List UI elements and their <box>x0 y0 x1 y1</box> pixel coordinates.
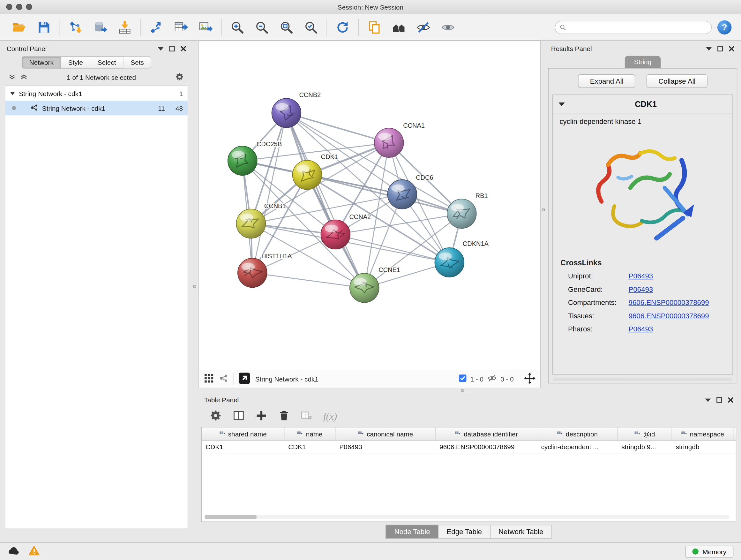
help-button[interactable]: ? <box>718 20 731 34</box>
table-settings-gear-icon[interactable] <box>210 409 222 423</box>
search-box[interactable] <box>555 20 712 34</box>
hide-selected-button[interactable] <box>413 17 434 37</box>
open-folder-icon <box>12 20 26 34</box>
pan-move-icon[interactable] <box>524 373 536 385</box>
results-scrollbar[interactable] <box>553 378 732 381</box>
column-header[interactable]: @id <box>618 428 672 440</box>
zoom-fit-button[interactable] <box>275 17 297 37</box>
network-node-RB1[interactable]: RB1 <box>447 192 488 228</box>
open-session-button[interactable] <box>9 17 30 37</box>
expand-all-button[interactable]: Expand All <box>578 74 635 88</box>
clone-network-button[interactable] <box>363 17 385 37</box>
network-canvas[interactable]: CCNB2CCNA1CDC25BCDK1CDC6RB1CCNB1CCNA2CDK… <box>199 41 540 370</box>
collapse-all-networks-icon[interactable] <box>20 73 27 82</box>
import-network-file-button[interactable] <box>65 17 86 37</box>
zoom-out-button[interactable] <box>251 17 273 37</box>
genecard-link[interactable]: P06493 <box>629 285 653 293</box>
compartments-link[interactable]: 9606.ENSP00000378699 <box>629 298 709 306</box>
import-table-button[interactable] <box>114 17 136 37</box>
tab-select[interactable]: Select <box>91 56 124 69</box>
title-bar: Session: New Session <box>0 0 741 14</box>
left-splitter[interactable] <box>191 41 199 542</box>
tab-node-table[interactable]: Node Table <box>386 525 439 539</box>
column-header[interactable]: namespace <box>672 428 734 440</box>
memory-button[interactable]: Memory <box>685 545 733 558</box>
right-splitter[interactable] <box>541 41 546 388</box>
column-header[interactable]: description <box>537 428 618 440</box>
home-button[interactable] <box>388 17 410 37</box>
control-panel-close-icon[interactable] <box>181 46 186 52</box>
network-row[interactable]: String Network - cdk1 11 48 <box>5 101 188 115</box>
tab-sets[interactable]: Sets <box>124 56 151 69</box>
hidden-eye-slash-icon[interactable] <box>487 374 497 384</box>
table-row[interactable]: CDK1 CDK1 P06493 9606.ENSP00000378699 cy… <box>202 441 736 453</box>
table-horizontal-scrollbar[interactable] <box>205 515 729 519</box>
table-panel-menu-icon[interactable] <box>705 398 711 402</box>
network-edge-CCNB2-CCNA1[interactable] <box>286 113 389 143</box>
network-edge-CCNB2-CCNE1[interactable] <box>286 113 364 288</box>
splitter-handle[interactable] <box>542 208 545 211</box>
export-network-button[interactable] <box>145 17 167 37</box>
grid-view-icon[interactable] <box>204 373 214 385</box>
control-panel-menu-icon[interactable] <box>158 47 164 51</box>
show-columns-icon[interactable] <box>232 409 245 423</box>
show-all-button[interactable] <box>437 17 459 37</box>
tab-style[interactable]: Style <box>61 56 91 69</box>
network-node-CDC6[interactable]: CDC6 <box>387 174 433 209</box>
string-results-tab[interactable]: String <box>624 56 661 68</box>
column-header[interactable]: shared name <box>202 428 284 440</box>
results-panel-close-icon[interactable] <box>729 46 735 52</box>
network-edge-CCNA2-CDKN1A[interactable] <box>335 235 449 262</box>
tab-network-table[interactable]: Network Table <box>490 525 552 539</box>
save-session-button[interactable] <box>33 17 55 37</box>
zoom-in-button[interactable] <box>226 17 248 37</box>
column-header[interactable]: canonical name <box>335 428 435 440</box>
network-edge-HIST1H1A-CCNE1[interactable] <box>253 273 364 288</box>
uniprot-link[interactable]: P06493 <box>629 272 653 280</box>
selected-checkbox-icon[interactable] <box>459 374 467 383</box>
table-panel-close-icon[interactable] <box>728 397 734 403</box>
collapse-all-button[interactable]: Collapse All <box>647 74 707 88</box>
splitter-handle[interactable] <box>461 389 464 392</box>
table-panel-float-icon[interactable] <box>717 397 722 403</box>
warning-icon[interactable] <box>28 546 40 557</box>
network-node-HIST1H1A[interactable]: HIST1H1A <box>238 253 292 288</box>
database-icon <box>93 20 107 34</box>
zoom-selected-button[interactable] <box>300 17 322 37</box>
network-node-CDK1[interactable]: CDK1 <box>293 153 338 190</box>
results-panel-float-icon[interactable] <box>718 46 723 52</box>
birdseye-toggle-button[interactable] <box>238 372 251 386</box>
export-image-button[interactable] <box>195 17 216 37</box>
network-options-gear-icon[interactable] <box>175 72 184 83</box>
eye-slash-icon <box>416 20 430 34</box>
tab-edge-table[interactable]: Edge Table <box>439 525 490 539</box>
expand-all-networks-icon[interactable] <box>9 73 16 82</box>
network-node-CCNA1[interactable]: CCNA1 <box>374 122 425 158</box>
refresh-view-button[interactable] <box>332 17 354 37</box>
tissues-link[interactable]: 9606.ENSP00000378699 <box>629 312 709 320</box>
crosslink-label: Pharos: <box>568 325 629 333</box>
splitter-handle[interactable] <box>193 285 196 288</box>
network-node-CCNB1[interactable]: CCNB1 <box>236 202 286 239</box>
export-table-button[interactable] <box>170 17 192 37</box>
search-input[interactable] <box>569 23 707 30</box>
control-panel-float-icon[interactable] <box>169 46 175 52</box>
network-collection-row[interactable]: String Network - cdk1 1 <box>5 86 188 101</box>
delete-column-icon[interactable] <box>278 409 290 423</box>
add-column-icon[interactable] <box>255 409 268 423</box>
tab-network[interactable]: Network <box>22 56 61 69</box>
column-header[interactable]: name <box>285 428 336 440</box>
table-splitter[interactable] <box>199 388 741 393</box>
protein-disclosure-icon[interactable] <box>558 100 564 109</box>
cloud-icon[interactable] <box>8 546 20 557</box>
network-edge-CCNB2-HIST1H1A[interactable] <box>253 113 286 273</box>
import-network-database-button[interactable] <box>89 17 111 37</box>
network-node-CCNB2[interactable]: CCNB2 <box>272 91 321 128</box>
share-network-icon[interactable] <box>219 374 228 384</box>
column-header[interactable]: database identifier <box>435 428 537 440</box>
disclosure-triangle-icon[interactable] <box>10 90 15 98</box>
scrollbar-thumb[interactable] <box>205 515 257 519</box>
network-node-CDKN1A[interactable]: CDKN1A <box>434 240 488 277</box>
pharos-link[interactable]: P06493 <box>629 325 653 333</box>
results-panel-menu-icon[interactable] <box>706 47 712 51</box>
